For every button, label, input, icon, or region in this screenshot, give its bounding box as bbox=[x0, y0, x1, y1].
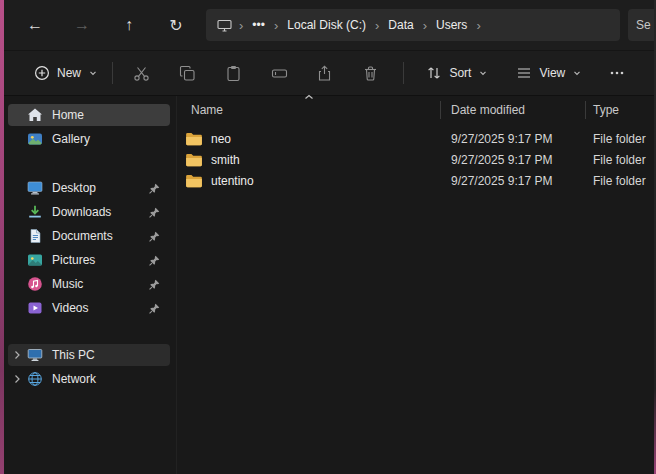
file-name-cell: utentino bbox=[177, 174, 441, 188]
column-header-date-modified[interactable]: Date modified bbox=[441, 101, 586, 119]
sidebar-item-label: Music bbox=[52, 277, 83, 291]
pin-icon bbox=[149, 183, 160, 194]
desktop-icon bbox=[26, 180, 44, 196]
sidebar-item-label: This PC bbox=[52, 348, 95, 362]
sidebar-item-label: Gallery bbox=[52, 132, 90, 146]
file-name: neo bbox=[211, 132, 231, 146]
command-bar: New bbox=[4, 50, 654, 96]
sidebar-item-label: Home bbox=[52, 108, 84, 122]
file-row-smith[interactable]: smith 9/27/2025 9:17 PM File folder bbox=[177, 149, 654, 170]
documents-icon bbox=[26, 228, 44, 244]
pin-icon bbox=[149, 303, 160, 314]
column-header-label: Name bbox=[191, 103, 223, 117]
file-name-cell: smith bbox=[177, 153, 441, 167]
sidebar-item-label: Network bbox=[52, 372, 96, 386]
file-name: utentino bbox=[211, 174, 254, 188]
file-type: File folder bbox=[586, 132, 654, 146]
file-name: smith bbox=[211, 153, 240, 167]
column-header-label: Type bbox=[593, 103, 619, 117]
chevron-down-icon bbox=[572, 68, 582, 78]
new-button[interactable]: New bbox=[24, 56, 108, 90]
breadcrumb-separator-icon: › bbox=[421, 19, 429, 32]
file-date-modified: 9/27/2025 9:17 PM bbox=[441, 153, 586, 167]
breadcrumb-segment-data[interactable]: Data bbox=[381, 13, 420, 37]
this-pc-icon bbox=[26, 347, 44, 363]
sidebar-section-gap bbox=[8, 152, 170, 176]
sidebar-item-network[interactable]: Network bbox=[8, 368, 170, 390]
folder-icon bbox=[185, 132, 203, 146]
file-row-neo[interactable]: neo 9/27/2025 9:17 PM File folder bbox=[177, 128, 654, 149]
sort-button[interactable]: Sort bbox=[416, 56, 498, 90]
downloads-icon bbox=[26, 204, 44, 220]
paste-button[interactable] bbox=[216, 56, 250, 90]
sidebar-section-gap bbox=[8, 320, 170, 344]
up-button[interactable]: ↑ bbox=[112, 9, 146, 41]
file-rows: neo 9/27/2025 9:17 PM File folder smith … bbox=[177, 128, 654, 191]
sidebar-item-label: Videos bbox=[52, 301, 88, 315]
sidebar-item-downloads[interactable]: Downloads bbox=[8, 200, 170, 224]
sidebar-item-gallery[interactable]: Gallery bbox=[8, 128, 170, 150]
pin-icon bbox=[149, 279, 160, 290]
trash-icon bbox=[362, 65, 379, 82]
cut-button[interactable] bbox=[125, 56, 159, 90]
address-bar[interactable]: › ••• › Local Disk (C:) › Data › Users › bbox=[206, 9, 620, 41]
breadcrumb-segment-users[interactable]: Users bbox=[429, 13, 474, 37]
view-list-icon bbox=[516, 65, 532, 81]
sidebar-item-desktop[interactable]: Desktop bbox=[8, 176, 170, 200]
cut-icon bbox=[133, 65, 150, 82]
sidebar-item-this-pc[interactable]: This PC bbox=[8, 344, 170, 366]
delete-button[interactable] bbox=[354, 56, 388, 90]
chevron-down-icon bbox=[88, 68, 98, 78]
toolbar-divider bbox=[112, 62, 113, 84]
sidebar-item-label: Downloads bbox=[52, 205, 111, 219]
column-header-label: Date modified bbox=[451, 103, 525, 117]
plus-circle-icon bbox=[34, 65, 50, 81]
sidebar-item-videos[interactable]: Videos bbox=[8, 296, 170, 320]
share-button[interactable] bbox=[308, 56, 342, 90]
navigation-bar: ← → ↑ ↻ › ••• › Local Disk (C:) › Data ›… bbox=[4, 0, 654, 50]
search-input[interactable]: Se bbox=[628, 9, 654, 41]
this-pc-icon bbox=[212, 19, 237, 32]
copy-button[interactable] bbox=[171, 56, 205, 90]
view-button-label: View bbox=[539, 66, 565, 80]
column-header-type[interactable]: Type bbox=[586, 101, 654, 119]
pin-icon bbox=[149, 231, 160, 242]
breadcrumb-separator-icon: › bbox=[474, 19, 482, 32]
music-icon bbox=[26, 276, 44, 292]
refresh-button[interactable]: ↻ bbox=[159, 9, 193, 41]
breadcrumb-segment-local-disk[interactable]: Local Disk (C:) bbox=[280, 13, 373, 37]
sidebar: Home Gallery Des bbox=[4, 96, 176, 474]
file-type: File folder bbox=[586, 174, 654, 188]
sidebar-item-music[interactable]: Music bbox=[8, 272, 170, 296]
column-header-name[interactable]: Name bbox=[177, 101, 441, 119]
rename-button[interactable] bbox=[262, 56, 296, 90]
back-button[interactable]: ← bbox=[18, 9, 52, 41]
breadcrumb-separator-icon: › bbox=[272, 19, 280, 32]
file-date-modified: 9/27/2025 9:17 PM bbox=[441, 132, 586, 146]
breadcrumb-overflow-button[interactable]: ••• bbox=[245, 13, 272, 37]
expand-chevron-icon[interactable] bbox=[8, 374, 26, 384]
rename-icon bbox=[271, 65, 288, 82]
ellipsis-icon bbox=[609, 65, 625, 81]
sidebar-item-home[interactable]: Home bbox=[8, 104, 170, 126]
sidebar-item-documents[interactable]: Documents bbox=[8, 224, 170, 248]
network-icon bbox=[26, 371, 44, 387]
file-date-modified: 9/27/2025 9:17 PM bbox=[441, 174, 586, 188]
pin-icon bbox=[149, 255, 160, 266]
file-row-utentino[interactable]: utentino 9/27/2025 9:17 PM File folder bbox=[177, 170, 654, 191]
sidebar-item-pictures[interactable]: Pictures bbox=[8, 248, 170, 272]
expand-chevron-icon[interactable] bbox=[8, 350, 26, 360]
forward-button[interactable]: → bbox=[65, 9, 99, 41]
sidebar-item-label: Pictures bbox=[52, 253, 95, 267]
new-button-label: New bbox=[57, 66, 81, 80]
sidebar-item-label: Documents bbox=[52, 229, 113, 243]
more-options-button[interactable] bbox=[600, 56, 634, 90]
view-button[interactable]: View bbox=[506, 56, 592, 90]
breadcrumb-separator-icon: › bbox=[373, 19, 381, 32]
search-text: Se bbox=[636, 18, 651, 32]
file-list: Name Date modified Type bbox=[176, 96, 654, 474]
home-icon bbox=[26, 107, 44, 123]
pictures-icon bbox=[26, 252, 44, 268]
sort-button-label: Sort bbox=[449, 66, 471, 80]
pin-icon bbox=[149, 207, 160, 218]
